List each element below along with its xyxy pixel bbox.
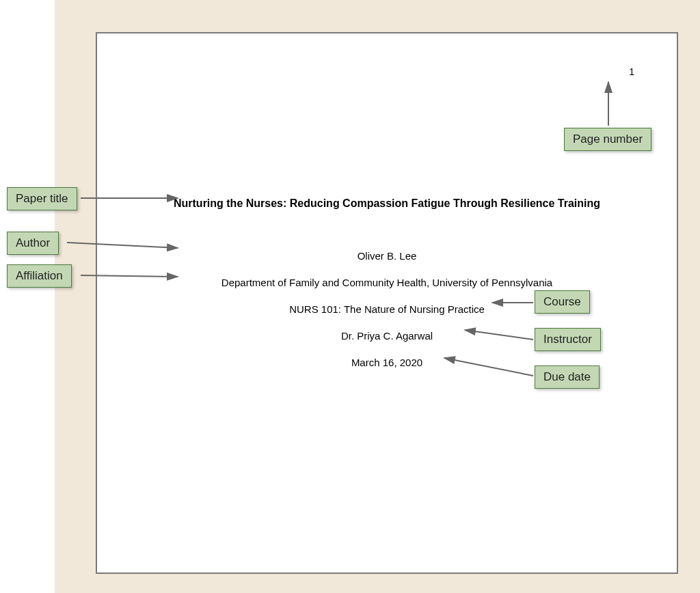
label-author: Author [7, 232, 59, 255]
label-instructor: Instructor [535, 328, 601, 351]
paper-title-text: Nurturing the Nurses: Reducing Compassio… [97, 197, 677, 210]
label-affiliation: Affiliation [7, 264, 72, 288]
page-number: 1 [629, 66, 634, 77]
left-gutter [0, 0, 55, 593]
affiliation-text: Department of Family and Community Healt… [97, 277, 677, 288]
label-course: Course [535, 290, 590, 314]
paper-page: 1 Nurturing the Nurses: Reducing Compass… [96, 32, 678, 574]
label-paper-title: Paper title [7, 187, 77, 210]
label-page-number: Page number [564, 128, 651, 151]
author-text: Oliver B. Lee [97, 250, 677, 262]
label-due-date: Due date [535, 366, 600, 389]
